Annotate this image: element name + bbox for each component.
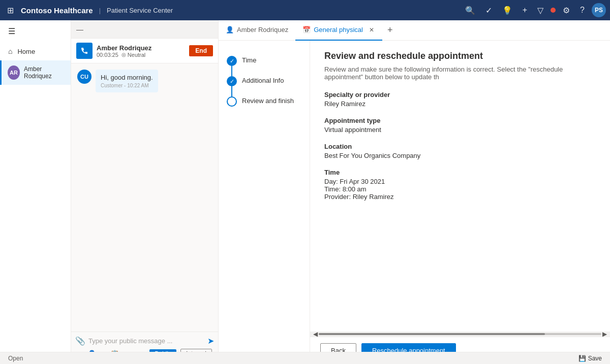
content-area: Review and reschedule appointment Review… (310, 41, 610, 364)
main-layout: ☰ ⌂ Home AR Amber Rodriquez — Amber Rodr… (0, 20, 610, 364)
chat-input-row: 📎 ➤ (75, 336, 214, 346)
add-icon[interactable]: + (520, 3, 530, 18)
app-name: Patient Service Center (107, 7, 173, 14)
active-call-row: Amber Rodriquez 00:03:25 ◎ Neutral End (71, 39, 218, 63)
steps-panel: ✓ Time ✓ Additional Info Review and fini… (219, 41, 310, 364)
tab-person-icon: 👤 (226, 26, 234, 34)
scrollbar-thumb (319, 333, 545, 335)
step-time-circle: ✓ (227, 56, 237, 66)
chat-bubble-meta: Customer - 10:22 AM (101, 83, 153, 88)
status-label: Neutral (128, 52, 145, 58)
tab-close-button[interactable]: ✕ (368, 25, 375, 35)
tab1-label: Amber Rodriquez (237, 26, 288, 34)
attach-button[interactable]: 📎 (75, 336, 85, 346)
appt-type-value: Virtual appointment (324, 126, 596, 134)
call-channel-icon (76, 43, 93, 59)
call-info: Amber Rodriquez 00:03:25 ◎ Neutral (97, 44, 185, 58)
check-icon[interactable]: ✓ (482, 3, 495, 18)
right-panel: 👤 Amber Rodriquez 📅 General physical ✕ +… (219, 20, 610, 364)
location-value: Best For You Organics Company (324, 152, 596, 159)
step-review-finish-label: Review and finish (242, 96, 294, 105)
chat-bubble: Hi, good morning. Customer - 10:22 AM (96, 70, 158, 92)
tab-general-physical[interactable]: 📅 General physical ✕ (295, 20, 382, 41)
info-section-location: Location Best For You Organics Company (324, 143, 596, 159)
hamburger-menu-btn[interactable]: ☰ (0, 20, 71, 42)
center-panel: — Amber Rodriquez 00:03:25 ◎ Neutral En (71, 20, 219, 364)
step-additional-info-label: Additional Info (242, 76, 284, 84)
save-icon: 💾 (578, 355, 586, 362)
sidebar-home-label: Home (17, 48, 35, 55)
step-review-finish: Review and finish (227, 91, 301, 112)
add-tab-button[interactable]: + (382, 25, 398, 36)
tab-content: ✓ Time ✓ Additional Info Review and fini… (219, 41, 610, 364)
call-meta: 00:03:25 ◎ Neutral (97, 52, 185, 58)
tabs-bar: 👤 Amber Rodriquez 📅 General physical ✕ + (219, 20, 610, 41)
chat-message-row: CU Hi, good morning. Customer - 10:22 AM (77, 70, 212, 92)
step-time: ✓ Time (227, 51, 301, 71)
status-icon: ◎ (121, 52, 126, 57)
scrollbar-track (319, 333, 601, 335)
caller-name: Amber Rodriquez (97, 44, 185, 52)
step-additional-info-circle: ✓ (227, 76, 237, 86)
location-label: Location (324, 143, 596, 150)
specialty-value: Riley Ramirez (324, 100, 596, 108)
nav-divider: | (99, 7, 101, 14)
chat-bubble-text: Hi, good morning. (101, 74, 153, 81)
chat-area: CU Hi, good morning. Customer - 10:22 AM (71, 63, 218, 332)
step-review-finish-circle (227, 96, 237, 107)
status-open: Open (8, 355, 23, 362)
page-title: Review and reschedule appointment (324, 51, 596, 61)
chat-input[interactable] (88, 337, 204, 345)
save-button[interactable]: 💾 Save (578, 355, 602, 362)
sidebar-item-home[interactable]: ⌂ Home (0, 42, 71, 60)
page-subtitle: Review and make sure the following infor… (324, 65, 596, 81)
grid-icon[interactable]: ⊞ (4, 3, 17, 18)
center-header: — (71, 20, 218, 39)
phone-icon (80, 47, 88, 55)
settings-icon[interactable]: ⚙ (560, 3, 573, 18)
end-call-button[interactable]: End (189, 45, 213, 56)
time-label: Time (324, 169, 596, 176)
user-avatar-btn[interactable]: PS (592, 3, 606, 17)
horizontal-scrollbar[interactable]: ◀ ▶ (310, 332, 610, 337)
call-time: 00:03:25 (97, 52, 118, 58)
brand-name: Contoso Healthcare (21, 6, 93, 15)
info-section-appointment-type: Appointment type Virtual appointment (324, 117, 596, 134)
info-section-time: Time Day: Fri Apr 30 2021 Time: 8:00 am … (324, 169, 596, 201)
appt-type-label: Appointment type (324, 117, 596, 124)
sidebar-agent-item[interactable]: AR Amber Rodriquez (0, 60, 71, 85)
home-icon: ⌂ (8, 47, 12, 55)
agent-name: Amber Rodriquez (24, 65, 65, 80)
save-label: Save (588, 355, 602, 362)
status-bar: Open 💾 Save (0, 352, 610, 364)
info-section-specialty: Specialty or provider Riley Ramirez (324, 91, 596, 108)
help-icon[interactable]: ? (577, 3, 588, 18)
search-icon[interactable]: 🔍 (462, 3, 478, 18)
agent-avatar: AR (8, 65, 20, 80)
chat-sender-avatar: CU (77, 70, 92, 84)
notification-dot (551, 8, 556, 13)
time-value: Day: Fri Apr 30 2021 Time: 8:00 am Provi… (324, 178, 596, 201)
specialty-label: Specialty or provider (324, 91, 596, 98)
tab2-label: General physical (314, 26, 363, 34)
top-nav: ⊞ Contoso Healthcare | Patient Service C… (0, 0, 610, 20)
send-button[interactable]: ➤ (207, 336, 214, 346)
main-content-body: Review and reschedule appointment Review… (310, 41, 610, 332)
lightbulb-icon[interactable]: 💡 (499, 3, 515, 18)
step-additional-info: ✓ Additional Info (227, 71, 301, 91)
tab-amber-rodriquez[interactable]: 👤 Amber Rodriquez (219, 20, 295, 41)
step-time-label: Time (242, 56, 256, 64)
filter-icon[interactable]: ▽ (534, 3, 546, 18)
tab-calendar-icon: 📅 (302, 26, 311, 34)
call-status: ◎ Neutral (121, 52, 145, 58)
minimize-icon[interactable]: — (76, 25, 83, 34)
sidebar: ☰ ⌂ Home AR Amber Rodriquez (0, 20, 71, 364)
